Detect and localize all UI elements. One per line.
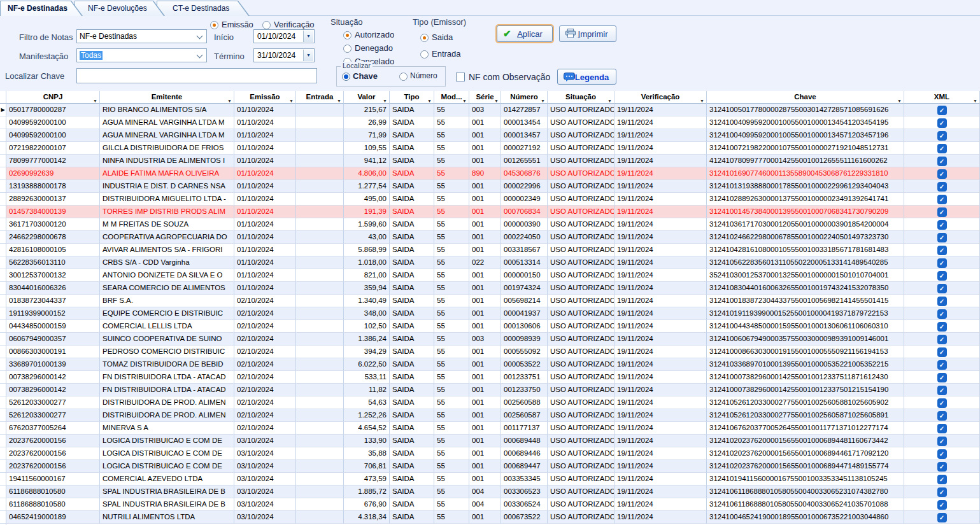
table-row[interactable]: 00866303000191PEDROSO COMERCIO DISTRIBUI…: [0, 346, 980, 358]
xml-checkbox[interactable]: ✓: [937, 144, 947, 153]
aplicar-button[interactable]: ✔ Aplicar: [497, 25, 553, 42]
xml-checkbox[interactable]: ✓: [937, 131, 947, 141]
entrada-radio[interactable]: [420, 50, 429, 59]
column-header-emitente[interactable]: Emitente▼: [100, 91, 234, 104]
table-row[interactable]: 19119399000152EQUIPE COMERCIO E DISTRIBU…: [0, 307, 980, 320]
table-row[interactable]: ▶05017780000287RIO BRANCO ALIMENTOS S/A0…: [0, 104, 980, 116]
filter-dropdown-icon[interactable]: ▼: [541, 95, 545, 104]
table-row[interactable]: 83044016006326SEARA COMERCIO DE ALIMENTO…: [0, 282, 980, 295]
filter-dropdown-icon[interactable]: ▼: [973, 95, 977, 104]
inicio-date-picker[interactable]: 01/10/2024 ▼: [253, 29, 315, 43]
inicio-dropdown-button[interactable]: ▼: [303, 31, 313, 42]
table-row[interactable]: 20237620000156LOGICA DISTRIBUICAO E COM …: [0, 435, 980, 447]
emissao-radio[interactable]: [210, 21, 218, 29]
xml-checkbox[interactable]: ✓: [937, 398, 947, 408]
table-row[interactable]: 20237620000156LOGICA DISTRIBUICAO E COM …: [0, 447, 980, 460]
xml-checkbox[interactable]: ✓: [937, 309, 947, 319]
numero-radio[interactable]: [399, 73, 408, 81]
table-row[interactable]: 61186888010580SPAL INDUSTRIA BRASILEIRA …: [0, 486, 980, 498]
xml-checkbox[interactable]: ✓: [937, 258, 947, 268]
table-row[interactable]: 56228356013110CRBS S/A - CDD Varginha01/…: [0, 256, 980, 269]
xml-checkbox[interactable]: ✓: [937, 386, 947, 395]
chevron-down-icon[interactable]: [197, 33, 203, 39]
chave-radio[interactable]: [342, 73, 350, 81]
denegado-radio[interactable]: [343, 45, 352, 53]
filter-dropdown-icon[interactable]: ▼: [227, 95, 232, 104]
table-row[interactable]: 04434850000159COMERCIAL LELLIS LTDA02/10…: [0, 320, 980, 333]
xml-checkbox[interactable]: ✓: [937, 475, 947, 484]
tab-nfe-destinadas[interactable]: NF-e Destinadas: [0, 1, 83, 16]
xml-checkbox[interactable]: ✓: [937, 233, 947, 242]
xml-checkbox[interactable]: ✓: [937, 322, 947, 332]
xml-checkbox[interactable]: ✓: [937, 284, 947, 293]
table-row[interactable]: 01838723044337BRF S.A.02/10/20241.340,49…: [0, 295, 980, 307]
filtro-de-notas-combo[interactable]: NF-e Destinadas: [76, 29, 207, 43]
column-header-emissao[interactable]: Emissão▼: [234, 91, 296, 104]
termino-date-picker[interactable]: 31/10/2024 ▼: [253, 48, 315, 62]
filter-dropdown-icon[interactable]: ▼: [700, 95, 704, 104]
xml-checkbox[interactable]: ✓: [937, 360, 947, 370]
table-row[interactable]: 30012537000132ANTONIO DONIZETE DA SILVA …: [0, 269, 980, 282]
xml-checkbox[interactable]: ✓: [937, 513, 947, 522]
verificacao-radio[interactable]: [262, 21, 271, 29]
nf-com-observacao-checkbox[interactable]: [456, 73, 465, 81]
xml-checkbox[interactable]: ✓: [937, 118, 947, 128]
column-header-mod[interactable]: Mod...▼: [434, 91, 469, 104]
filter-dropdown-icon[interactable]: ▼: [383, 95, 387, 104]
xml-checkbox[interactable]: ✓: [937, 246, 947, 255]
filter-dropdown-icon[interactable]: ▼: [607, 95, 612, 104]
filter-dropdown-icon[interactable]: ▼: [897, 95, 902, 104]
table-row[interactable]: 06067949000357SUINCO COOPERATIVA DE SUIN…: [0, 333, 980, 346]
table-row[interactable]: 04652419000189NUTRILI ALIMENTOS LTDA03/1…: [0, 511, 980, 524]
table-row[interactable]: 52612033000277DISTRIBUIDORA DE PROD. ALI…: [0, 396, 980, 409]
table-row[interactable]: 42816108000105AVIVAR ALIMENTOS S/A - FRI…: [0, 244, 980, 256]
column-header-chave[interactable]: Chave▼: [707, 91, 904, 104]
xml-checkbox[interactable]: ✓: [937, 271, 947, 281]
filter-dropdown-icon[interactable]: ▼: [494, 95, 499, 104]
column-header-numero[interactable]: Número▼: [501, 91, 548, 104]
xml-checkbox[interactable]: ✓: [937, 182, 947, 192]
column-header-entrada[interactable]: Entrada▼: [296, 91, 344, 104]
chevron-down-icon[interactable]: [197, 52, 203, 59]
localizar-chave-input[interactable]: [76, 68, 317, 83]
table-row[interactable]: 00738296000142FN DISTRIBUIDORA LTDA - AT…: [0, 384, 980, 396]
table-row[interactable]: 04099592000100AGUA MINERAL VARGINHA LTDA…: [0, 129, 980, 142]
table-row[interactable]: 52612033000277DISTRIBUIDORA DE PROD. ALI…: [0, 409, 980, 422]
filter-dropdown-icon[interactable]: ▼: [462, 95, 467, 104]
table-row[interactable]: 33689701000139TOMAZ DISTRIBUIDORA DE BEB…: [0, 358, 980, 371]
xml-checkbox[interactable]: ✓: [937, 195, 947, 204]
saida-radio[interactable]: [420, 34, 429, 42]
xml-checkbox[interactable]: ✓: [937, 462, 947, 472]
xml-checkbox[interactable]: ✓: [937, 335, 947, 344]
table-row[interactable]: 36171703000120M M FREITAS DE SOUZA01/10/…: [0, 218, 980, 231]
column-header-valor[interactable]: Valor▼: [344, 91, 390, 104]
xml-checkbox[interactable]: ✓: [937, 487, 947, 497]
legenda-button[interactable]: Legenda: [557, 69, 616, 85]
xml-checkbox[interactable]: ✓: [937, 437, 947, 446]
table-row[interactable]: 07219822000107GILCLA DISTRIBUIDORA DE FR…: [0, 142, 980, 155]
column-header-xml[interactable]: XML▼: [904, 91, 980, 104]
xml-checkbox[interactable]: ✓: [937, 207, 947, 217]
column-header-serie[interactable]: Série▼: [469, 91, 501, 104]
xml-checkbox[interactable]: ✓: [937, 411, 947, 421]
table-row[interactable]: 78099777000142NINFA INDUSTRIA DE ALIMENT…: [0, 155, 980, 167]
xml-checkbox[interactable]: ✓: [937, 500, 947, 510]
table-row[interactable]: 61186888010580SPAL INDUSTRIA BRASILEIRA …: [0, 498, 980, 511]
xml-checkbox[interactable]: ✓: [937, 220, 947, 230]
table-row[interactable]: 28892630000137DISTRIBUIDORA MIGUELITO LT…: [0, 193, 980, 206]
table-row[interactable]: 00738296000142FN DISTRIBUIDORA LTDA - AT…: [0, 371, 980, 384]
table-row[interactable]: 67620377005264MINERVA S A02/10/20244.654…: [0, 422, 980, 435]
table-row[interactable]: 19411560000167COMERCIAL AZEVEDO LTDA03/1…: [0, 473, 980, 486]
imprimir-button[interactable]: Imprimir: [559, 25, 616, 42]
table-row[interactable]: 04099592000100AGUA MINERAL VARGINHA LTDA…: [0, 116, 980, 129]
table-row[interactable]: 01457384000139TORRES IMP DISTRIB PRODS A…: [0, 206, 980, 218]
table-row[interactable]: 24662298000678COOPERATIVA AGROPECUARIA D…: [0, 231, 980, 244]
column-header-verificacao[interactable]: Verificação▼: [614, 91, 707, 104]
filter-dropdown-icon[interactable]: ▼: [337, 95, 341, 104]
column-header-tipo[interactable]: Tipo▼: [390, 91, 434, 104]
xml-checkbox[interactable]: ✓: [937, 424, 947, 433]
termino-dropdown-button[interactable]: ▼: [303, 50, 313, 61]
autorizado-radio[interactable]: [343, 31, 352, 39]
xml-checkbox[interactable]: ✓: [937, 373, 947, 382]
table-row[interactable]: 13193888000178INDUSTRIA E DIST. D CARNES…: [0, 180, 980, 193]
